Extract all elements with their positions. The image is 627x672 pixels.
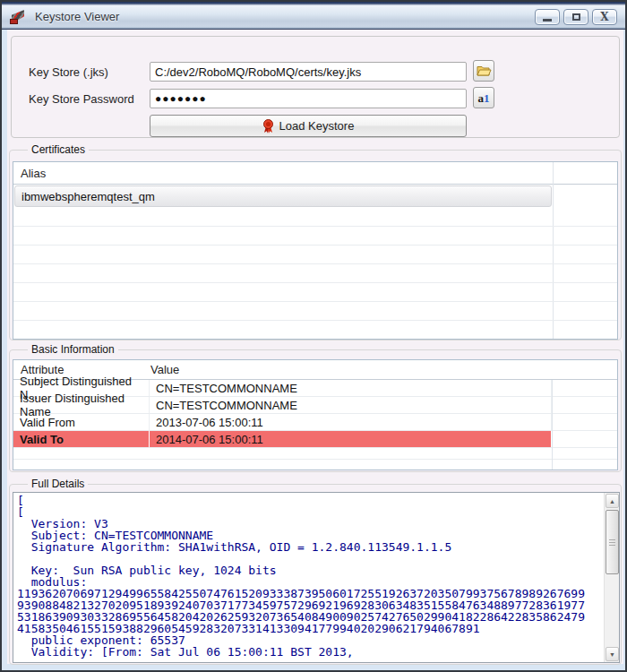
certificates-table: Alias ibmwebspheremqtest_qm bbox=[13, 161, 618, 340]
certificates-group: Certificates Alias ibmwebspheremqtest_qm bbox=[9, 150, 622, 340]
load-keystore-button[interactable]: Load Keystore bbox=[150, 115, 467, 137]
basic-information-group: Basic Information Attribute Value Subjec… bbox=[9, 349, 622, 472]
full-details-group-label: Full Details bbox=[28, 478, 88, 490]
window-content: Key Store (.jks) Key Store Password a1 bbox=[7, 30, 623, 664]
keystore-form-panel: Key Store (.jks) Key Store Password a1 bbox=[11, 36, 620, 138]
table-row-issuer-dn[interactable]: Issuer Distinguished Name CN=TESTCOMMONN… bbox=[13, 397, 617, 414]
value-cell: CN=TESTCOMMONNAME bbox=[150, 380, 552, 396]
load-keystore-label: Load Keystore bbox=[279, 119, 355, 133]
basic-information-table: Attribute Value Subject Distinguished N.… bbox=[13, 359, 618, 470]
certificates-table-header[interactable]: Alias bbox=[13, 162, 617, 185]
app-icon bbox=[10, 10, 26, 24]
keystore-password-label: Key Store Password bbox=[29, 92, 134, 106]
vertical-scrollbar[interactable]: ▲ ▼ bbox=[604, 493, 619, 662]
full-details-textarea[interactable]: [ [ Version: V3 Subject: CN=TESTCOMMONNA… bbox=[13, 492, 620, 663]
close-button[interactable]: X bbox=[592, 9, 617, 25]
empty-row bbox=[13, 448, 617, 460]
minimize-button[interactable] bbox=[535, 9, 560, 25]
attribute-cell: Valid To bbox=[13, 431, 150, 447]
arrow-up-icon: ▲ bbox=[609, 498, 615, 504]
value-cell: 2014-07-06 15:00:11 bbox=[150, 431, 552, 447]
maximize-icon bbox=[572, 13, 580, 21]
certificate-row-selected[interactable]: ibmwebspheremqtest_qm bbox=[14, 185, 552, 207]
column-divider bbox=[552, 380, 553, 470]
text-a1-icon: a1 bbox=[478, 92, 490, 104]
open-folder-icon bbox=[477, 65, 492, 77]
scroll-up-button[interactable]: ▲ bbox=[606, 494, 619, 508]
attribute-cell: Issuer Distinguished Name bbox=[13, 397, 150, 413]
close-icon: X bbox=[600, 12, 608, 22]
ribbon-seal-icon bbox=[262, 119, 274, 134]
certificates-group-label: Certificates bbox=[28, 143, 89, 156]
table-row-valid-from[interactable]: Valid From 2013-07-06 15:00:11 bbox=[13, 414, 617, 431]
value-cell: 2013-07-06 15:00:11 bbox=[150, 414, 552, 430]
keystore-path-label: Key Store (.jks) bbox=[29, 65, 108, 79]
keystore-viewer-window: Keystore Viewer X Key Store (.jks) Key S… bbox=[0, 0, 627, 672]
browse-folder-button[interactable] bbox=[473, 60, 494, 82]
alias-column-header: Alias bbox=[13, 167, 46, 180]
certificate-details-text: [ [ Version: V3 Subject: CN=TESTCOMMONNA… bbox=[17, 495, 585, 658]
minimize-icon bbox=[543, 19, 552, 22]
scroll-down-button[interactable]: ▼ bbox=[606, 647, 619, 661]
arrow-down-icon: ▼ bbox=[609, 651, 615, 658]
window-title: Keystore Viewer bbox=[35, 10, 119, 23]
maximize-button[interactable] bbox=[563, 9, 588, 25]
empty-row bbox=[13, 460, 617, 470]
basic-information-group-label: Basic Information bbox=[28, 343, 118, 356]
table-row-valid-to[interactable]: Valid To 2014-07-06 15:00:11 bbox=[13, 431, 617, 448]
value-cell: CN=TESTCOMMONNAME bbox=[150, 397, 552, 413]
keystore-path-input[interactable] bbox=[150, 62, 467, 82]
value-column-header: Value bbox=[143, 363, 179, 376]
keystore-password-input[interactable] bbox=[150, 89, 467, 108]
show-password-button[interactable]: a1 bbox=[473, 87, 494, 108]
certificate-alias: ibmwebspheremqtest_qm bbox=[21, 190, 155, 203]
title-bar: Keystore Viewer X bbox=[2, 2, 625, 30]
certificates-empty-rows bbox=[13, 208, 617, 340]
full-details-group: Full Details [ [ Version: V3 Subject: CN… bbox=[9, 484, 622, 665]
scrollbar-thumb[interactable] bbox=[606, 510, 619, 574]
attribute-cell: Valid From bbox=[13, 414, 150, 430]
